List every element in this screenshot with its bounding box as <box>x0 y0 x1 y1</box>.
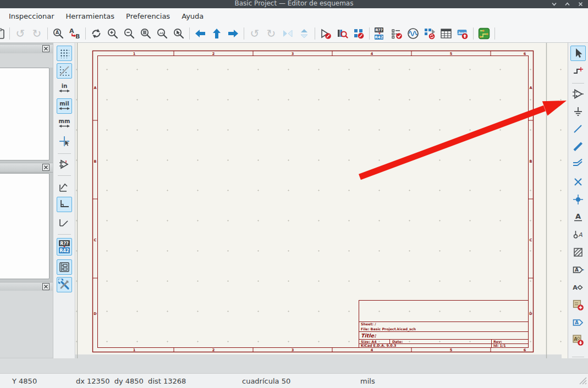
panel-close-icon[interactable] <box>42 283 50 290</box>
edit-symbols-icon[interactable] <box>350 26 367 41</box>
window-maximize-icon[interactable] <box>564 1 570 7</box>
redo-icon[interactable]: ↻ <box>29 26 45 41</box>
zoom-cursor-icon[interactable] <box>171 26 187 41</box>
place-symbol-tool[interactable] <box>570 86 586 102</box>
svg-text:A: A <box>573 284 578 291</box>
erc-check-icon[interactable] <box>388 26 405 41</box>
open-pcb-editor-icon[interactable] <box>476 26 492 41</box>
svg-text:R42: R42 <box>375 35 383 40</box>
nav-back-icon[interactable] <box>192 26 208 41</box>
menu-preferencias[interactable]: Preferencias <box>125 10 171 22</box>
symbol-fields-table-icon[interactable] <box>438 26 454 41</box>
zoom-to-objects-icon[interactable]: AB <box>67 26 83 41</box>
net-label-tool[interactable]: A <box>570 209 586 225</box>
svg-text:A: A <box>575 320 579 325</box>
lines-90-degree-icon[interactable] <box>57 197 72 212</box>
mirror-horizontal-icon[interactable] <box>279 26 296 41</box>
paste-icon[interactable] <box>0 26 7 41</box>
panel-3-content[interactable]: tas enes elementos <box>0 291 53 358</box>
menu-inspeccionar[interactable]: Inspeccionar <box>8 10 56 22</box>
canvas-horizontal-scrollbar[interactable] <box>75 354 562 358</box>
zoom-selection-icon[interactable] <box>154 26 171 41</box>
svg-text:A: A <box>578 231 582 239</box>
units-inches-icon[interactable]: in <box>57 81 72 96</box>
left-toolbar: in mil mm R??R42 <box>53 43 75 358</box>
nav-forward-icon[interactable] <box>225 26 241 41</box>
svg-text:R??: R?? <box>60 241 69 246</box>
left-dock-panels: tas enes elementos <box>0 43 53 373</box>
select-tool[interactable] <box>570 46 586 61</box>
status-units: mils <box>360 377 375 385</box>
panel-1-toolbar-area <box>0 53 53 68</box>
zoom-page-icon[interactable] <box>138 26 154 41</box>
sheet-pin-tool[interactable]: A <box>570 315 586 330</box>
titlebar: Basic Project — Editor de esquemas <box>0 0 588 8</box>
status-cursor-y: Y 4850 <box>12 377 37 385</box>
hierarchy-navigator-icon[interactable] <box>57 259 72 275</box>
hierarchical-sheet-tool[interactable] <box>570 297 586 313</box>
panel-close-icon[interactable] <box>42 164 50 171</box>
zoom-in-icon[interactable] <box>105 26 121 41</box>
units-mm-icon[interactable]: mm <box>57 116 72 131</box>
bottom-band <box>0 358 588 373</box>
draw-bus-tool[interactable] <box>570 139 586 154</box>
svg-text:A: A <box>575 267 579 273</box>
highlight-net-tool[interactable] <box>570 63 586 79</box>
svg-text:A: A <box>56 30 59 35</box>
simulator-icon[interactable] <box>405 26 421 41</box>
lines-45-degree-icon[interactable] <box>57 214 72 230</box>
annotate-automatically-icon[interactable]: R??R42 <box>57 238 72 256</box>
svg-text:B: B <box>75 33 80 40</box>
bom-export-icon[interactable]: .bom <box>454 26 471 41</box>
symbol-editor-icon[interactable] <box>317 26 334 41</box>
window-title: Basic Project — Editor de esquemas <box>0 0 588 7</box>
show-hidden-pins-icon[interactable] <box>57 157 72 172</box>
update-pcb-from-schematic-icon[interactable] <box>421 26 438 41</box>
svg-text:A: A <box>574 336 578 342</box>
panel-header-1[interactable] <box>0 44 53 54</box>
menu-herramientas[interactable]: Herramientas <box>65 10 116 22</box>
rotate-ccw-icon[interactable]: ↺ <box>246 26 263 41</box>
schematic-canvas[interactable] <box>75 43 568 358</box>
import-sheet-pin-tool[interactable]: A <box>570 332 586 348</box>
refresh-view-icon[interactable] <box>88 26 105 41</box>
nav-up-icon[interactable] <box>208 26 225 41</box>
no-connect-flag-tool[interactable] <box>570 174 586 190</box>
draw-wire-tool[interactable] <box>570 121 586 137</box>
resize-grip[interactable] <box>577 375 587 387</box>
symbol-library-browser-icon[interactable] <box>334 26 350 41</box>
annotate-icon[interactable]: R??R42 <box>372 26 388 41</box>
window-restore-icon[interactable] <box>551 1 557 7</box>
zoom-fit-icon[interactable]: A <box>50 26 67 41</box>
zoom-out-icon[interactable] <box>121 26 138 41</box>
panel-2-content[interactable] <box>0 173 50 279</box>
directive-label-tool[interactable]: A <box>570 227 586 242</box>
status-grid: cuadrícula 50 <box>242 377 290 385</box>
hierarchical-label-tool[interactable]: A <box>570 280 586 295</box>
statusbar: Y 4850 dx 12350 dy 4850 dist 13268 cuadr… <box>0 373 588 388</box>
wire-to-bus-entry-tool[interactable] <box>570 157 586 172</box>
menubar: Inspeccionar Herramientas Preferencias A… <box>0 8 588 24</box>
mirror-vertical-icon[interactable] <box>296 26 312 41</box>
show-grid-icon[interactable] <box>57 46 72 61</box>
panel-close-icon[interactable] <box>42 45 50 52</box>
right-toolbar: A A A A A A <box>568 43 588 358</box>
panel-1-content[interactable] <box>0 68 50 160</box>
grid-overrides-icon[interactable] <box>57 63 72 79</box>
main-toolbar: ↺ ↻ A AB ↺ ↻ <box>0 24 588 43</box>
menu-ayuda[interactable]: Ayuda <box>180 10 205 22</box>
svg-text:A: A <box>575 212 581 220</box>
units-mils-icon[interactable]: mil <box>57 98 72 114</box>
panel-header-2[interactable] <box>0 163 53 173</box>
lines-free-angle-icon[interactable] <box>57 179 72 195</box>
window-close-icon[interactable] <box>578 1 584 7</box>
place-power-port-tool[interactable] <box>570 104 586 119</box>
global-label-tool[interactable]: A <box>570 262 586 278</box>
rule-area-tool[interactable] <box>570 245 586 260</box>
svg-text:R??: R?? <box>375 28 383 32</box>
undo-icon[interactable]: ↺ <box>12 26 29 41</box>
cursor-shape-icon[interactable] <box>57 134 72 149</box>
properties-panel-icon[interactable] <box>57 277 72 292</box>
rotate-cw-icon[interactable]: ↻ <box>263 26 279 41</box>
junction-tool[interactable] <box>570 192 586 207</box>
